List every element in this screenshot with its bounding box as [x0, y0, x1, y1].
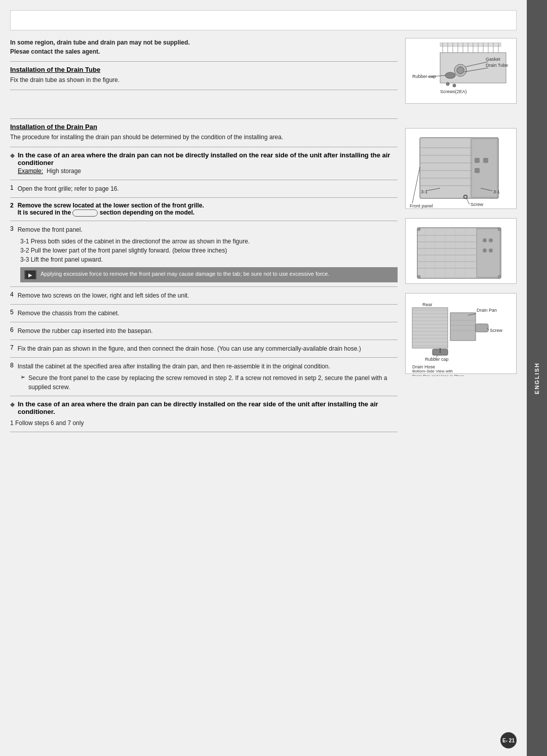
- divider-5: [10, 180, 398, 180]
- step-5-num: 5: [10, 309, 14, 318]
- diamond-bold-1: In the case of an area where the drain p…: [18, 151, 390, 166]
- arrow-sym: ➢: [20, 373, 25, 392]
- step-1: 1 Open the front grille; refer to page 1…: [10, 184, 398, 193]
- svg-rect-40: [475, 168, 480, 173]
- content-area: In some region, drain tube and drain pan…: [0, 38, 527, 436]
- svg-text:Screws(2EA): Screws(2EA): [440, 89, 467, 94]
- diamond-icon-1: ◆: [10, 152, 15, 176]
- svg-text:3-1: 3-1: [421, 189, 427, 194]
- diamond-text-1: In the case of an area where the drain p…: [18, 151, 398, 176]
- divider-14: [10, 432, 398, 432]
- example-label: Example:: [18, 167, 43, 175]
- diagram-2: 3-1 3-1 Front panel Screw: [405, 128, 517, 209]
- svg-line-45: [412, 167, 420, 203]
- svg-text:Gasket: Gasket: [486, 57, 500, 62]
- page-number: E- 21: [500, 732, 517, 748]
- page-container: In some region, drain tube and drain pan…: [0, 0, 547, 756]
- svg-point-18: [457, 67, 464, 74]
- step-2-sub: It is secured in the section depending o…: [18, 209, 194, 216]
- diamond-item-1: ◆ In the case of an area where the drain…: [10, 151, 398, 176]
- drain-tube-section: Installation of the Drain Tube Fix the d…: [10, 66, 398, 85]
- step-1-text: Open the front grille; refer to page 16.: [18, 184, 119, 193]
- svg-point-66: [489, 238, 493, 242]
- step-2: 2 Remove the screw located at the lower …: [10, 202, 398, 217]
- sub-step-3-3: 3-3 Lift the front panel upward.: [20, 255, 398, 264]
- svg-point-69: [417, 228, 420, 231]
- svg-text:Rubber cap: Rubber cap: [425, 357, 449, 362]
- sidebar-label: ENGLISH: [534, 362, 540, 394]
- svg-text:Screw: Screw: [471, 202, 484, 207]
- step-5: 5 Remove the chassis from the cabinet.: [10, 309, 398, 318]
- svg-rect-86: [450, 313, 476, 341]
- example-value: High storage: [45, 167, 81, 175]
- step-3-text: Remove the front panel.: [18, 225, 83, 234]
- svg-rect-39: [483, 158, 488, 163]
- divider-9: [10, 304, 398, 305]
- svg-rect-2: [440, 43, 501, 47]
- drain-pan-title: Installation of the Drain Pan: [10, 123, 398, 131]
- warning-text: Applying excessive force to remove the f…: [41, 270, 329, 278]
- step-final-text: 1 Follow steps 6 and 7 only: [10, 418, 84, 428]
- diamond-text-2: In the case of an area where the drain p…: [18, 400, 398, 415]
- diamond-item-2: ◆ In the case of an area where the drain…: [10, 400, 398, 415]
- warning-icon: ▶: [24, 270, 36, 279]
- svg-text:▶: ▶: [28, 272, 32, 278]
- divider-6: [10, 197, 398, 198]
- svg-point-65: [483, 238, 487, 242]
- svg-line-51: [466, 198, 470, 204]
- sub-step-3-2: 3-2 Pull the lower part of the front pan…: [20, 246, 398, 255]
- divider-8: [10, 286, 398, 287]
- svg-text:Drain Pan: Drain Pan: [477, 308, 497, 313]
- step-7-text: Fix the drain pan as shown in the figure…: [18, 344, 361, 353]
- step-6-text: Remove the rubber cap inserted into the …: [18, 326, 153, 335]
- step-6-num: 6: [10, 326, 14, 335]
- diagram-1-svg: Rear Rubber cap Gasket: [410, 43, 511, 106]
- left-column: In some region, drain tube and drain pan…: [10, 38, 405, 436]
- step-8-arrow-text: Secure the front panel to the case by re…: [28, 373, 398, 392]
- warning-box: ▶ Applying excessive force to remove the…: [20, 267, 398, 282]
- step-3: 3 Remove the front panel.: [10, 225, 398, 234]
- svg-point-19: [445, 72, 455, 78]
- svg-point-70: [417, 275, 420, 278]
- divider-12: [10, 357, 398, 358]
- step-4-text: Remove two screws on the lower, right an…: [18, 291, 189, 300]
- drain-pan-body: The procedure for installing the drain p…: [10, 133, 398, 142]
- svg-text:Rubber cap: Rubber cap: [412, 74, 436, 79]
- step-7-num: 7: [10, 344, 14, 353]
- svg-point-27: [446, 82, 449, 86]
- main-content: In some region, drain tube and drain pan…: [0, 0, 527, 756]
- step-3-num: 3: [10, 225, 14, 234]
- divider-11: [10, 340, 398, 340]
- diamond-icon-2: ◆: [10, 401, 15, 415]
- warning-header: In some region, drain tube and drain pan…: [10, 38, 398, 56]
- step-2-content: Remove the screw located at the lower se…: [18, 202, 204, 217]
- step-final: 1 Follow steps 6 and 7 only: [10, 418, 398, 428]
- warning-contact: Plesae contact the sales agent.: [10, 48, 100, 55]
- svg-rect-64: [477, 229, 500, 277]
- step-8-text: Install the cabinet at the specified are…: [18, 362, 330, 371]
- drain-tube-title: Installation of the Drain Tube: [10, 66, 398, 73]
- step-8-num: 8: [10, 362, 14, 371]
- svg-rect-92: [476, 324, 488, 332]
- svg-point-67: [483, 248, 487, 253]
- diamond-bold-2: In the case of an area where the drain p…: [18, 400, 378, 415]
- right-column: Rear Rubber cap Gasket: [405, 38, 517, 436]
- svg-point-68: [489, 248, 493, 253]
- divider-13: [10, 396, 398, 396]
- sub-step-3-1: 3-1 Press both sides of the cabinet in t…: [20, 237, 398, 246]
- step-5-text: Remove the chassis from the cabinet.: [18, 309, 120, 318]
- top-bar: [10, 10, 517, 30]
- svg-point-71: [498, 228, 501, 231]
- svg-text:Screw: Screw: [490, 328, 503, 333]
- step-6: 6 Remove the rubber cap inserted into th…: [10, 326, 398, 335]
- divider-3: [10, 118, 398, 119]
- svg-point-28: [453, 84, 456, 87]
- sub-3-3-text: 3-3 Lift the front panel upward.: [20, 255, 398, 264]
- svg-point-72: [498, 275, 501, 278]
- warning-bold: In some region, drain tube and drain pan…: [10, 39, 190, 46]
- drain-tube-body: Fix the drain tube as shown in the figur…: [10, 75, 398, 85]
- svg-rect-37: [472, 139, 497, 197]
- diagram-4: Rear Drain Pan Screw: [405, 293, 517, 374]
- diagram-4-svg: Rear Drain Pan Screw: [410, 298, 511, 376]
- step-2-text: Remove the screw located at the lower se…: [18, 202, 204, 209]
